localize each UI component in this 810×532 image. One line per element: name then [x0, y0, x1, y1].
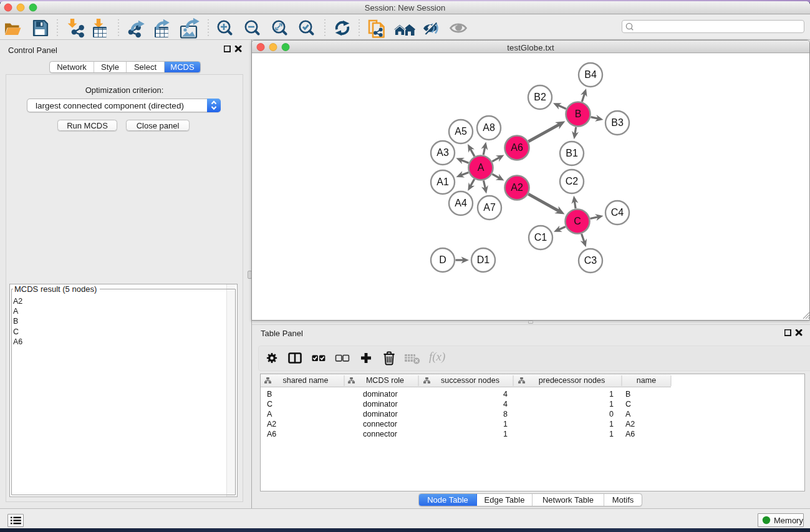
svg-text:B3: B3: [611, 117, 624, 128]
svg-text:A6: A6: [511, 142, 523, 153]
svg-text:D1: D1: [477, 254, 490, 265]
svg-text:B: B: [575, 109, 582, 119]
svg-text:B4: B4: [584, 69, 597, 80]
svg-text:A4: A4: [455, 198, 467, 208]
svg-text:D: D: [439, 254, 446, 265]
svg-text:C4: C4: [611, 207, 624, 218]
svg-text:A5: A5: [455, 126, 467, 137]
svg-text:A: A: [478, 162, 485, 173]
svg-text:C1: C1: [534, 232, 547, 243]
svg-text:B2: B2: [534, 92, 546, 102]
svg-text:A2: A2: [511, 182, 523, 193]
svg-text:A8: A8: [483, 122, 495, 133]
svg-text:C3: C3: [584, 255, 597, 266]
svg-text:C: C: [574, 216, 581, 226]
svg-text:A7: A7: [483, 202, 496, 213]
svg-text:A1: A1: [436, 177, 449, 187]
svg-text:A3: A3: [436, 147, 449, 158]
svg-text:B1: B1: [566, 148, 578, 158]
svg-text:C2: C2: [566, 176, 579, 186]
